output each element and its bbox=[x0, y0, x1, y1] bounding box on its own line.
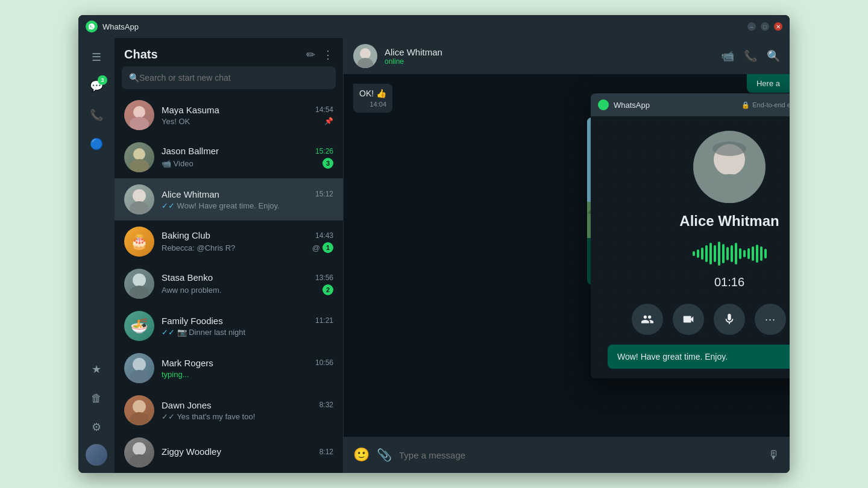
new-chat-btn[interactable]: ✏ bbox=[306, 48, 315, 61]
search-input[interactable] bbox=[139, 73, 329, 83]
mention-badge-baking: @ bbox=[312, 243, 320, 252]
attach-btn[interactable]: 📎 bbox=[377, 448, 392, 462]
video-call-btn[interactable]: 📹 bbox=[721, 49, 734, 63]
whatsapp-logo bbox=[86, 20, 98, 33]
chat-header-info: Alice Whitman online bbox=[385, 47, 714, 66]
call-avatar bbox=[693, 131, 766, 203]
svg-point-0 bbox=[133, 106, 145, 118]
voice-call-btn[interactable]: 📞 bbox=[744, 49, 757, 63]
avatar-stasa bbox=[124, 269, 154, 299]
chat-name-dawn: Dawn Jones bbox=[162, 400, 212, 410]
sidebar-item-status[interactable]: 🔵 bbox=[84, 132, 108, 156]
minimize-btn[interactable]: – bbox=[747, 22, 756, 31]
call-controls: ··· bbox=[632, 304, 790, 335]
voice-message-btn[interactable]: 🎙 bbox=[768, 448, 780, 462]
sidebar-item-calls[interactable]: 📞 bbox=[84, 103, 108, 127]
call-video-btn[interactable] bbox=[673, 304, 704, 335]
avatar-dawn bbox=[124, 395, 154, 425]
call-app-name: WhatsApp bbox=[614, 101, 737, 110]
chat-item-stasa[interactable]: Stasa Benko 13:56 Aww no problem. 2 bbox=[115, 263, 343, 305]
sidebar-item-archive[interactable]: 🗑 bbox=[84, 386, 108, 410]
wave-bar-4 bbox=[709, 243, 712, 264]
svg-point-9 bbox=[130, 370, 149, 383]
wave-bar-7 bbox=[722, 244, 725, 263]
chat-time-family: 11:21 bbox=[315, 316, 333, 325]
chat-name-stasa: Stasa Benko bbox=[162, 272, 213, 283]
call-timer: 01:16 bbox=[714, 275, 744, 289]
svg-point-1 bbox=[130, 117, 149, 130]
call-overlay: WhatsApp 🔒 End-to-end encrypted – □ ✕ Al… bbox=[591, 93, 790, 378]
chat-time-stasa: 13:56 bbox=[315, 274, 333, 282]
call-contact-name: Alice Whitman bbox=[679, 213, 779, 230]
unread-badge-jason: 3 bbox=[322, 158, 333, 169]
chat-info-dawn: Dawn Jones 8:32 ✓✓ Yes that's my fave to… bbox=[162, 400, 333, 421]
chat-item-mark[interactable]: Mark Rogers 10:56 typing... bbox=[115, 347, 343, 389]
svg-point-2 bbox=[133, 148, 145, 160]
call-group-btn[interactable] bbox=[632, 304, 663, 335]
chat-item-maya[interactable]: Maya Kasuma 14:54 Yes! OK 📌 bbox=[115, 94, 343, 136]
unread-badge-baking: 1 bbox=[322, 242, 333, 253]
svg-point-8 bbox=[133, 358, 146, 371]
chat-menu-btn[interactable]: ⋮ bbox=[322, 48, 333, 61]
chat-name-family: Family Foodies bbox=[162, 316, 223, 326]
call-body: Alice Whitman 01:16 ··· bbox=[591, 116, 790, 378]
wave-bar-9 bbox=[731, 245, 733, 262]
avatar-jason bbox=[124, 142, 154, 172]
wave-bar-10 bbox=[735, 243, 737, 264]
svg-point-12 bbox=[133, 442, 146, 455]
encryption-label: 🔒 End-to-end encrypted bbox=[741, 101, 790, 109]
chat-item-jason[interactable]: Jason Ballmer 15:26 📹 Video 3 bbox=[115, 136, 343, 178]
chat-preview-dawn: ✓✓ Yes that's my fave too! bbox=[162, 412, 333, 421]
message-received-ok: OK! 👍 14:04 bbox=[353, 84, 392, 113]
chat-banner: Here a bbox=[747, 74, 790, 93]
chat-item-ziggy[interactable]: Ziggy Woodley 8:12 bbox=[115, 431, 343, 473]
app-window: WhatsApp – □ ✕ ☰ 💬 3 📞 🔵 ★ 🗑 ⚙ Chats bbox=[78, 15, 790, 473]
chat-item-alice[interactable]: Alice Whitman 15:12 ✓✓ Wow! Have great t… bbox=[115, 178, 343, 221]
wave-bar-16 bbox=[760, 246, 763, 261]
avatar-mark bbox=[124, 353, 154, 383]
wave-bar-12 bbox=[743, 250, 746, 257]
sidebar: ☰ 💬 3 📞 🔵 ★ 🗑 ⚙ bbox=[78, 38, 115, 473]
chat-preview-mark: typing... bbox=[162, 370, 333, 379]
chat-item-family[interactable]: 🍜 Family Foodies 11:21 ✓✓ 📷 Dinner last … bbox=[115, 305, 343, 347]
chat-time-baking: 14:43 bbox=[315, 231, 333, 240]
message-time: 14:04 bbox=[359, 101, 386, 108]
chat-item-baking[interactable]: 🎂 Baking Club 14:43 Rebecca: @Chris R? @… bbox=[115, 221, 343, 263]
chat-preview-alice: ✓✓ Wow! Have great time. Enjoy. bbox=[162, 201, 333, 210]
call-mute-btn[interactable] bbox=[714, 304, 745, 335]
emoji-btn[interactable]: 🙂 bbox=[353, 447, 370, 463]
call-more-btn[interactable]: ··· bbox=[755, 304, 786, 335]
chat-item-dawn[interactable]: Dawn Jones 8:32 ✓✓ Yes that's my fave to… bbox=[115, 389, 343, 431]
message-input[interactable] bbox=[399, 450, 761, 460]
svg-point-15 bbox=[357, 58, 373, 68]
chat-info-family: Family Foodies 11:21 ✓✓ 📷 Dinner last ni… bbox=[162, 316, 333, 337]
chat-preview-maya: Yes! OK bbox=[162, 117, 319, 126]
chat-list-header: Chats ✏ ⋮ bbox=[115, 38, 343, 66]
chat-time-maya: 14:54 bbox=[315, 105, 333, 114]
wave-bar-11 bbox=[739, 248, 741, 259]
wave-bar-6 bbox=[718, 242, 720, 266]
chat-list: Maya Kasuma 14:54 Yes! OK 📌 bbox=[115, 94, 343, 473]
sidebar-item-menu[interactable]: ☰ bbox=[84, 45, 108, 69]
sidebar-item-starred[interactable]: ★ bbox=[84, 357, 108, 381]
chat-contact-name: Alice Whitman bbox=[385, 47, 714, 57]
search-chat-btn[interactable]: 🔍 bbox=[767, 49, 780, 63]
avatar-ziggy bbox=[124, 437, 154, 468]
sidebar-item-settings[interactable]: ⚙ bbox=[84, 415, 108, 439]
title-bar: WhatsApp – □ ✕ bbox=[78, 15, 790, 38]
window-controls: – □ ✕ bbox=[747, 22, 782, 31]
sidebar-item-chats[interactable]: 💬 3 bbox=[84, 74, 108, 98]
avatar-family: 🍜 bbox=[124, 311, 154, 341]
maximize-btn[interactable]: □ bbox=[761, 22, 769, 31]
svg-point-5 bbox=[130, 201, 149, 214]
close-btn[interactable]: ✕ bbox=[774, 22, 782, 31]
user-avatar[interactable] bbox=[86, 444, 107, 466]
svg-point-3 bbox=[130, 159, 149, 172]
chat-name-mark: Mark Rogers bbox=[162, 358, 213, 368]
search-icon: 🔍 bbox=[129, 73, 139, 83]
chat-header-avatar[interactable] bbox=[353, 44, 377, 68]
chat-header: Alice Whitman online 📹 📞 🔍 bbox=[344, 38, 790, 74]
chat-time-jason: 15:26 bbox=[315, 147, 333, 155]
call-chat-preview: Wow! Have great time. Enjoy. 15:12 ✓✓ bbox=[608, 345, 790, 369]
chat-name-jason: Jason Ballmer bbox=[162, 146, 219, 156]
